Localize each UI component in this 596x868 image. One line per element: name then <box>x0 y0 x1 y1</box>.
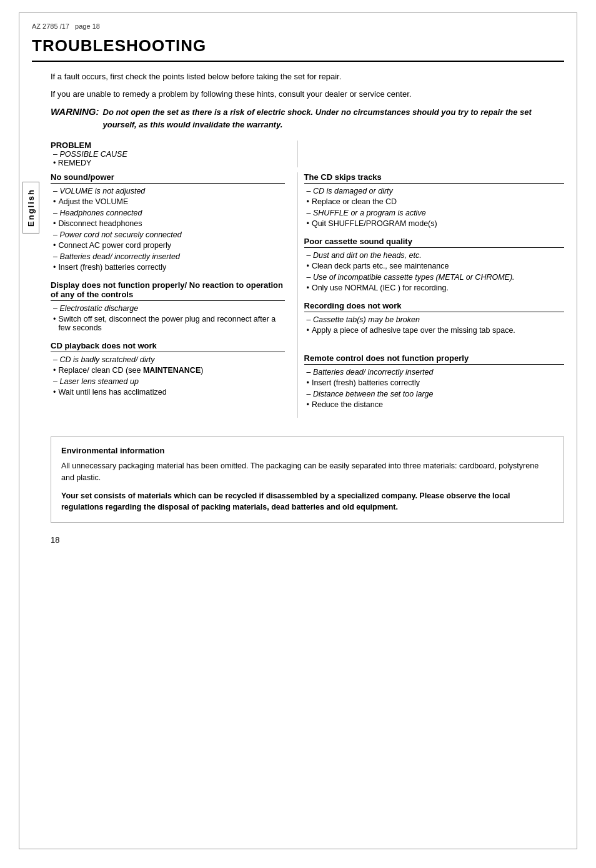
remedy-label: • REMEDY <box>51 159 285 167</box>
section-cd-playback: CD playback does not work CD is badly sc… <box>51 341 285 397</box>
remedy-adjust-volume: Adjust the VOLUME <box>51 197 285 206</box>
remedy-quit-shuffle: Quit SHUFFLE/PROGRAM mode(s) <box>304 219 564 228</box>
columns-header-row: PROBLEM – POSSIBLE CAUSE • REMEDY <box>51 141 564 167</box>
page-border: AZ 2785 /17 page 18 TROUBLESHOOTING If a… <box>19 12 577 849</box>
cause-laser-lens: Laser lens steamed up <box>51 377 285 386</box>
page-ref: AZ 2785 /17 <box>32 22 69 30</box>
environmental-box: Environmental information All unnecessar… <box>51 436 564 523</box>
right-header-col <box>297 141 564 167</box>
cause-headphones: Headphones connected <box>51 209 285 217</box>
cause-distance-large: Distance between the set too large <box>304 390 564 398</box>
page-header: AZ 2785 /17 page 18 <box>32 22 564 30</box>
warning-text: Do not open the set as there is a risk o… <box>103 106 565 131</box>
section-display: Display does not function properly/ No r… <box>51 280 285 332</box>
intro-line1: If a fault occurs, first check the point… <box>51 71 564 83</box>
no-sound-header: No sound/power <box>51 172 285 184</box>
cause-electrostatic: Electrostatic discharge <box>51 304 285 313</box>
remedy-connect-power-cord: Connect AC power cord properly <box>51 241 285 250</box>
cause-cd-scratched: CD is badly scratched/ dirty <box>51 355 285 364</box>
cd-playback-header: CD playback does not work <box>51 341 285 352</box>
left-header-col: PROBLEM – POSSIBLE CAUSE • REMEDY <box>51 141 297 167</box>
remedy-wait-lens: Wait until lens has acclimatized <box>51 388 285 397</box>
left-column: No sound/power VOLUME is not adjusted Ad… <box>51 172 297 418</box>
cause-cd-damaged: CD is damaged or dirty <box>304 187 564 195</box>
remedy-clean-deck: Clean deck parts etc., see maintenance <box>304 262 564 270</box>
remedy-use-normal: Only use NORMAL (IEC ) for recording. <box>304 284 564 292</box>
cause-dust-dirt: Dust and dirt on the heads, etc. <box>304 251 564 260</box>
remedy-disconnect-headphones: Disconnect headphones <box>51 219 285 228</box>
intro-line2: If you are unable to remedy a problem by… <box>51 88 564 101</box>
section-no-sound: No sound/power VOLUME is not adjusted Ad… <box>51 172 285 272</box>
section-poor-cassette: Poor cassette sound quality Dust and dir… <box>304 237 564 292</box>
warning-block: WARNING: Do not open the set as there is… <box>51 106 564 131</box>
remote-control-header: Remote control does not function properl… <box>304 353 564 365</box>
remedy-insert-batteries: Insert (fresh) batteries correctly <box>51 263 285 272</box>
language-side-label: English <box>22 182 39 234</box>
remedy-adhesive-tape: Apply a piece of adhesive tape over the … <box>304 326 564 335</box>
cause-incompatible-cassette: Use of incompatible cassette types (META… <box>304 273 564 282</box>
section-cd-skips: The CD skips tracks CD is damaged or dir… <box>304 172 564 228</box>
env-text2: Your set consists of materials which can… <box>61 490 554 514</box>
warning-label: WARNING: <box>51 106 99 117</box>
remedy-reduce-distance: Reduce the distance <box>304 400 564 409</box>
display-header: Display does not function properly/ No r… <box>51 280 285 301</box>
right-column: The CD skips tracks CD is damaged or dir… <box>297 172 564 418</box>
cause-shuffle-active: SHUFFLE or a program is active <box>304 209 564 217</box>
cause-power-cord: Power cord not securely connected <box>51 230 285 239</box>
page-title: TROUBLESHOOTING <box>32 36 564 62</box>
page-wrapper: AZ 2785 /17 page 18 TROUBLESHOOTING If a… <box>0 0 596 868</box>
env-text1: All unnecessary packaging material has b… <box>61 460 554 484</box>
possible-cause-label: – POSSIBLE CAUSE <box>51 150 285 159</box>
env-title: Environmental information <box>61 446 554 455</box>
remedy-replace-clean-cd2: Replace or clean the CD <box>304 197 564 206</box>
page-number: 18 <box>51 535 564 545</box>
problem-column-label: PROBLEM <box>51 141 285 150</box>
remedy-replace-clean-cd: Replace/ clean CD (see MAINTENANCE) <box>51 366 285 375</box>
remedy-remote-batteries: Insert (fresh) batteries correctly <box>304 378 564 387</box>
main-content-area: No sound/power VOLUME is not adjusted Ad… <box>51 172 564 418</box>
cause-batteries-dead: Batteries dead/ incorrectly inserted <box>51 252 285 261</box>
remedy-switch-off: Switch off set, disconnect the power plu… <box>51 315 285 332</box>
page-label: page 18 <box>75 22 100 30</box>
cause-cassette-tab: Cassette tab(s) may be broken <box>304 315 564 324</box>
cause-volume: VOLUME is not adjusted <box>51 187 285 195</box>
section-recording: Recording does not work Cassette tab(s) … <box>304 301 564 335</box>
section-remote-control: Remote control does not function properl… <box>304 353 564 409</box>
poor-cassette-header: Poor cassette sound quality <box>304 237 564 248</box>
cd-skips-header: The CD skips tracks <box>304 172 564 184</box>
cause-remote-batteries: Batteries dead/ incorrectly inserted <box>304 368 564 377</box>
recording-header: Recording does not work <box>304 301 564 312</box>
